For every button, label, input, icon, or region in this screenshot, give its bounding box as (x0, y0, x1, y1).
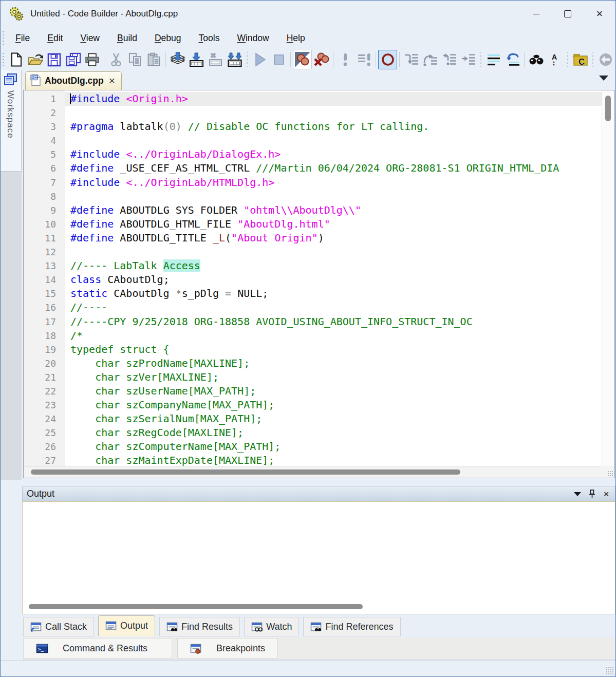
panel-tab-command-results[interactable]: >_Command & Results (23, 638, 172, 659)
editor-vertical-scrollbar[interactable] (602, 90, 614, 466)
line-number[interactable]: 12 (24, 245, 65, 259)
code-line[interactable]: class CAboutDlg; (65, 273, 602, 287)
code-line[interactable]: typedef struct { (65, 343, 602, 356)
panel-tab-watch[interactable]: Watch (244, 617, 299, 636)
line-number[interactable]: 10 (24, 217, 65, 231)
line-number[interactable]: 16 (24, 300, 65, 314)
find-char-icon[interactable]: A (546, 50, 565, 69)
line-number[interactable]: 24 (24, 412, 65, 426)
code-line[interactable]: //---- LabTalk Access (65, 259, 602, 273)
line-number[interactable]: 21 (24, 370, 65, 384)
minimize-button[interactable] (520, 1, 552, 27)
workspace-tab[interactable]: Workspace (1, 70, 22, 172)
bookmark-lines-icon[interactable] (484, 50, 503, 69)
enable-breakpoint-icon[interactable] (378, 50, 397, 69)
code-line[interactable]: #define ABOUTDLG_TITLE _L("About Origin"… (65, 231, 602, 245)
save-icon[interactable] (45, 50, 64, 69)
cut-icon[interactable] (106, 50, 125, 69)
code-line[interactable]: #define ABOUTDLG_SYS_FOLDER "ohtml\\Abou… (65, 203, 602, 217)
panel-tab-find-references[interactable]: Find References (303, 617, 400, 636)
panel-close-icon[interactable]: × (602, 490, 611, 499)
panel-dropdown-icon[interactable] (573, 490, 582, 499)
menu-edit[interactable]: Edit (39, 30, 71, 47)
line-number[interactable]: 1 (24, 92, 65, 106)
panel-pin-icon[interactable] (587, 490, 596, 499)
line-number[interactable]: 14 (24, 273, 65, 287)
menu-file[interactable]: File (7, 30, 39, 47)
line-number[interactable]: 26 (24, 440, 65, 454)
build-all-icon[interactable] (187, 50, 206, 69)
menu-tools[interactable]: Tools (190, 30, 229, 47)
output-content[interactable] (22, 501, 615, 614)
codebuilder-folder-icon[interactable]: C (571, 50, 590, 69)
code-line[interactable]: char szCompanyName[MAX_PATH]; (65, 398, 602, 412)
line-number[interactable]: 17 (24, 315, 65, 329)
build-download-icon[interactable] (225, 50, 244, 69)
remove-breakpoints-icon[interactable] (312, 50, 331, 69)
line-number[interactable]: 3 (24, 120, 65, 134)
editor-horizontal-scrollbar[interactable] (24, 466, 602, 478)
open-file-icon[interactable] (26, 50, 45, 69)
code-line[interactable]: char szVer[MAXLINE]; (65, 370, 602, 384)
stop-icon[interactable] (269, 50, 288, 69)
panel-tab-breakpoints[interactable]: Breakpoints (177, 638, 278, 659)
tab-close-icon[interactable]: × (109, 75, 115, 86)
line-number[interactable]: 18 (24, 329, 65, 343)
code-line[interactable] (65, 106, 602, 120)
code-line[interactable]: char szRegCode[MAXLINE]; (65, 426, 602, 440)
line-number[interactable]: 22 (24, 384, 65, 398)
line-number[interactable]: 13 (24, 259, 65, 273)
panel-tab-output[interactable]: Output (98, 615, 155, 636)
code-line[interactable] (65, 245, 602, 259)
line-number[interactable]: 23 (24, 398, 65, 412)
code-line[interactable]: char szMaintExpDate[MAXLINE]; (65, 454, 602, 467)
code-line[interactable]: #define ABOUTDLG_HTML_FILE "AboutDlg.htm… (65, 217, 602, 231)
maximize-button[interactable] (552, 1, 584, 27)
line-number[interactable]: 6 (24, 161, 65, 175)
paste-icon[interactable] (144, 50, 163, 69)
step-into-icon[interactable] (402, 50, 421, 69)
run-icon[interactable] (250, 50, 269, 69)
find-icon[interactable] (527, 50, 546, 69)
close-button[interactable]: × (584, 1, 615, 27)
output-panel-header[interactable]: Output × (22, 486, 615, 501)
code-line[interactable]: #include <../OriginLab/DialogEx.h> (65, 147, 602, 161)
code-line[interactable]: //---- (65, 300, 602, 314)
line-number[interactable]: 2 (24, 106, 65, 120)
line-number[interactable]: 20 (24, 356, 65, 370)
line-number[interactable]: 7 (24, 176, 65, 190)
code-line[interactable]: #include <../OriginLab/HTMLDlg.h> (65, 176, 602, 190)
rebuild-icon[interactable] (206, 50, 225, 69)
menu-view[interactable]: View (71, 30, 108, 47)
code-line[interactable]: static CAboutDlg *s_pDlg = NULL; (65, 287, 602, 300)
step-out-icon[interactable] (440, 50, 459, 69)
panel-tab-call-stack[interactable]: Call Stack (23, 617, 94, 636)
copy-icon[interactable] (125, 50, 144, 69)
step-over-icon[interactable] (421, 50, 440, 69)
code-line[interactable]: char szComputerName[MAX_PATH]; (65, 440, 602, 454)
code-line[interactable]: #include <Origin.h> (65, 92, 602, 106)
run-to-cursor-icon[interactable] (459, 50, 478, 69)
code-line[interactable] (65, 190, 602, 203)
back-icon[interactable] (596, 50, 615, 69)
document-tab-aboutdlg[interactable]: C++ AboutDlg.cpp × (25, 71, 122, 90)
code-line[interactable]: char szProdName[MAXLINE]; (65, 356, 602, 370)
line-number[interactable]: 5 (24, 147, 65, 161)
line-number[interactable]: 9 (24, 203, 65, 217)
line-number[interactable]: 15 (24, 287, 65, 300)
code-line[interactable]: char szSerialNum[MAX_PATH]; (65, 412, 602, 426)
output-exclaim-icon[interactable] (354, 50, 374, 69)
line-number[interactable]: 11 (24, 231, 65, 245)
code-line[interactable]: #pragma labtalk(0) // Disable OC functio… (65, 120, 602, 134)
line-number[interactable]: 27 (24, 454, 65, 467)
break-icon[interactable] (335, 50, 354, 69)
code-line[interactable]: char szUserName[MAX_PATH]; (65, 384, 602, 398)
vertical-scroll-thumb[interactable] (605, 96, 611, 121)
print-icon[interactable] (83, 50, 102, 69)
new-file-icon[interactable] (7, 50, 26, 69)
line-number[interactable]: 25 (24, 426, 65, 440)
menu-help[interactable]: Help (278, 30, 314, 47)
menu-build[interactable]: Build (108, 30, 146, 47)
code-line[interactable]: //----CPY 9/25/2018 ORG-18858 AVOID_USIN… (65, 315, 602, 329)
menu-debug[interactable]: Debug (146, 30, 190, 47)
